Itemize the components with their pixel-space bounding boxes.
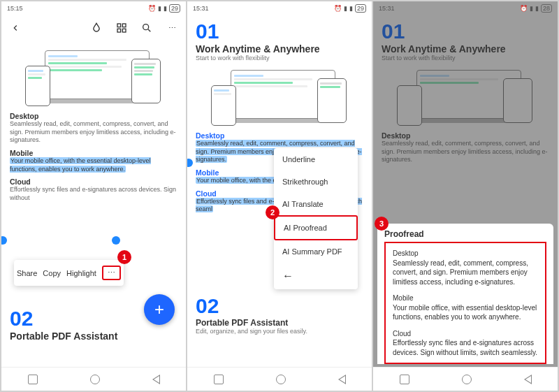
nav-bar xyxy=(187,367,372,391)
alarm-icon: ⏰ xyxy=(148,5,156,12)
devices-illustration xyxy=(10,46,177,108)
ai-translate-option[interactable]: AI Translate xyxy=(274,193,358,215)
num-02: 02 xyxy=(196,296,363,317)
status-bar: 15:31 ⏰ ▮ ▮ 28 xyxy=(373,1,558,15)
desktop-label: Desktop xyxy=(382,131,549,140)
alarm-icon: ⏰ xyxy=(334,5,342,12)
copy-option[interactable]: Copy xyxy=(43,269,61,277)
step-badge-1: 1 xyxy=(117,250,131,264)
wifi-icon: ▮ xyxy=(158,5,161,12)
svg-rect-2 xyxy=(117,29,121,32)
selection-handle-left[interactable] xyxy=(187,159,193,167)
back-button[interactable] xyxy=(8,21,22,35)
ai-proofread-option[interactable]: AI Proofread xyxy=(274,215,358,240)
sec2-sub: Edit, organize, and sign your files easi… xyxy=(196,328,363,335)
mobile-label: Mobile xyxy=(10,149,177,157)
nav-bar xyxy=(1,367,186,391)
status-time: 15:31 xyxy=(193,5,334,12)
pr-mobile-label: Mobile xyxy=(393,293,538,303)
nav-back-icon[interactable] xyxy=(152,375,160,384)
sec-sub: Start to work with flexibility xyxy=(382,55,549,61)
sec-sub: Start to work with flexibility xyxy=(196,55,363,61)
wifi-icon: ▮ xyxy=(344,5,347,12)
pr-mobile-text: Your mobile office, with essential deskt… xyxy=(393,303,538,322)
svg-rect-3 xyxy=(122,29,126,32)
section-02: 02 Portable PDF Assistant Edit, organize… xyxy=(196,296,363,339)
proofread-title: Proofread xyxy=(384,229,546,239)
status-icons: ⏰ ▮ ▮ 29 xyxy=(148,4,180,13)
devices-illustration xyxy=(382,66,549,127)
text-context-menu: Share Copy Highlight ⋯ xyxy=(14,260,124,286)
mobile-text: Your mobile office, with the essential d… xyxy=(10,157,177,173)
nav-bar xyxy=(373,367,558,391)
nav-home-icon[interactable] xyxy=(90,375,100,384)
alarm-icon: ⏰ xyxy=(520,5,528,12)
panel-1: 15:15 ⏰ ▮ ▮ 29 ⋯ Desktop Seamlessl xyxy=(1,1,186,391)
nav-recent-icon[interactable] xyxy=(28,375,38,384)
sec2-title: Portable PDF Assistant xyxy=(10,331,117,342)
nav-home-icon[interactable] xyxy=(462,375,472,384)
signal-icon: ▮ xyxy=(164,5,167,12)
battery-level: 29 xyxy=(355,4,366,13)
num-01: 01 xyxy=(382,21,549,42)
pr-cloud-text: Effortlessly sync files and e-signatures… xyxy=(393,338,538,357)
content-1: Desktop Seamlessly read, edit, comment, … xyxy=(1,41,186,367)
more-icon[interactable]: ⋯ xyxy=(165,21,179,35)
proofread-body: Desktop Seamlessly read, edit, comment, … xyxy=(384,242,546,364)
menu-back-icon[interactable]: ← xyxy=(274,263,358,289)
svg-rect-1 xyxy=(122,24,126,27)
selection-handle-left[interactable] xyxy=(1,236,7,245)
drop-icon[interactable] xyxy=(89,21,103,35)
battery-level: 29 xyxy=(169,4,180,13)
status-icons: ⏰ ▮ ▮ 28 xyxy=(520,4,552,13)
cloud-label: Cloud xyxy=(10,177,177,186)
section-02: 02 Portable PDF Assistant xyxy=(10,308,117,342)
overflow-menu: Underline Strikethrough AI Translate AI … xyxy=(274,148,358,289)
svg-point-4 xyxy=(143,24,149,30)
signal-icon: ▮ xyxy=(535,5,539,12)
desktop-label: Desktop xyxy=(10,112,177,120)
panel-2: 15:31 ⏰ ▮ ▮ 29 01 Work Anytime & Anywher… xyxy=(187,1,372,391)
underline-option[interactable]: Underline xyxy=(274,148,358,170)
status-time: 15:31 xyxy=(379,5,520,12)
step-badge-3: 3 xyxy=(375,217,389,231)
content-2: 01 Work Anytime & Anywhere Start to work… xyxy=(187,15,372,367)
signal-icon: ▮ xyxy=(349,5,353,12)
sec-title: Work Anytime & Anywhere xyxy=(382,43,549,55)
svg-rect-0 xyxy=(117,24,121,27)
ai-summary-option[interactable]: AI Summary PDF xyxy=(274,240,358,263)
proofread-panel: 3 Proofread Desktop Seamlessly read, edi… xyxy=(377,224,553,364)
toolbar: ⋯ xyxy=(1,15,186,41)
devices-illustration xyxy=(196,66,363,127)
step-badge-2: 2 xyxy=(266,205,280,219)
desktop-text: Seamlessly read, edit, comment, compress… xyxy=(382,140,549,164)
desktop-label: Desktop xyxy=(196,131,363,140)
sec-title: Work Anytime & Anywhere xyxy=(196,43,363,55)
battery-level: 28 xyxy=(541,4,552,13)
num-01: 01 xyxy=(196,21,363,42)
status-time: 15:15 xyxy=(7,5,148,12)
strikethrough-option[interactable]: Strikethrough xyxy=(274,170,358,193)
grid-icon[interactable] xyxy=(115,21,129,35)
share-option[interactable]: Share xyxy=(17,269,37,277)
panel-3: 15:31 ⏰ ▮ ▮ 28 01 Work Anytime & Anywher… xyxy=(373,1,558,391)
search-icon[interactable] xyxy=(140,21,154,35)
selection-handle-right[interactable] xyxy=(112,236,120,245)
status-bar: 15:15 ⏰ ▮ ▮ 29 xyxy=(1,1,186,15)
nav-recent-icon[interactable] xyxy=(400,375,409,384)
cloud-text: Effortlessly sync files and e-signatures… xyxy=(10,186,177,202)
nav-back-icon[interactable] xyxy=(524,375,532,384)
status-icons: ⏰ ▮ ▮ 29 xyxy=(334,4,366,13)
wifi-icon: ▮ xyxy=(530,5,533,12)
nav-recent-icon[interactable] xyxy=(214,375,224,384)
status-bar: 15:31 ⏰ ▮ ▮ 29 xyxy=(187,1,372,15)
num-02: 02 xyxy=(10,308,117,329)
fab-add-button[interactable]: + xyxy=(144,294,175,325)
nav-back-icon[interactable] xyxy=(338,375,346,384)
nav-home-icon[interactable] xyxy=(276,375,286,384)
desktop-text: Seamlessly read, edit, comment, compress… xyxy=(10,120,177,145)
pr-cloud-label: Cloud xyxy=(393,329,538,339)
more-option[interactable]: ⋯ xyxy=(102,266,121,280)
highlight-option[interactable]: Highlight xyxy=(66,269,96,277)
pr-desktop-text: Seamlessly read, edit, comment, compress… xyxy=(393,259,538,287)
